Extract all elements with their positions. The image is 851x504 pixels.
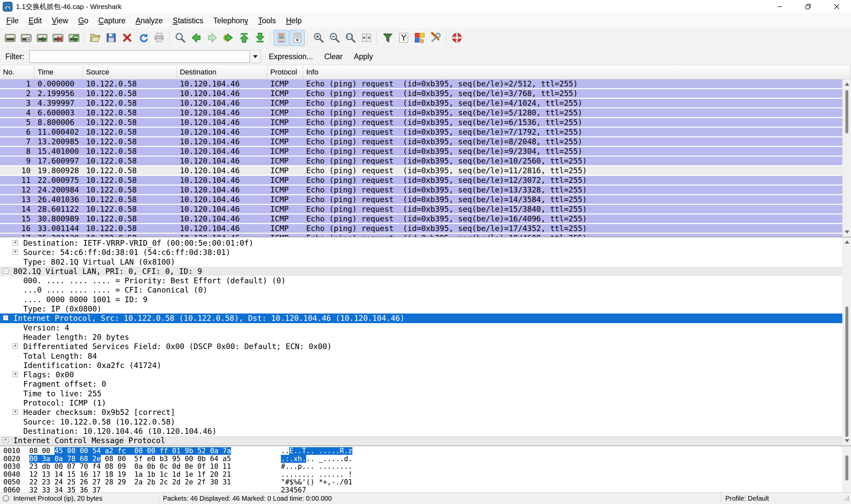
expand-icon[interactable]: + bbox=[13, 249, 18, 255]
packet-row[interactable]: 1326.40103610.122.0.5810.120.104.46ICMPE… bbox=[0, 195, 843, 205]
zoom-out-button[interactable] bbox=[327, 30, 342, 46]
menu-telephony[interactable]: Telephony bbox=[209, 14, 253, 27]
column-header-no[interactable]: No. bbox=[0, 65, 35, 79]
packet-list-scroll-thumb[interactable] bbox=[845, 90, 848, 133]
expand-icon[interactable]: + bbox=[13, 409, 18, 415]
detail-line[interactable]: ...0 .... .... .... = CFI: Canonical (0) bbox=[0, 285, 843, 294]
detail-line[interactable]: +Header checksum: 0x9b52 [correct] bbox=[0, 408, 843, 417]
menu-file[interactable]: File bbox=[1, 14, 24, 27]
hex-line[interactable]: 005022 23 24 25 26 27 28 29 2a 2b 2c 2d … bbox=[0, 479, 843, 486]
detail-line[interactable]: -Internet Protocol, Src: 10.122.0.58 (10… bbox=[0, 313, 843, 323]
close-file-button[interactable] bbox=[119, 30, 134, 46]
menu-tools[interactable]: Tools bbox=[253, 14, 281, 27]
packet-row[interactable]: 1530.80098910.122.0.5810.120.104.46ICMPE… bbox=[0, 214, 843, 224]
detail-line[interactable]: Source: 10.122.0.58 (10.122.0.58) bbox=[0, 417, 843, 427]
detail-line[interactable]: Total Length: 84 bbox=[0, 352, 843, 361]
column-header-time[interactable]: Time bbox=[35, 65, 83, 79]
packet-row[interactable]: 58.80000610.122.0.5810.120.104.46ICMPEch… bbox=[0, 118, 843, 128]
display-filter-button[interactable] bbox=[396, 30, 411, 46]
packet-row[interactable]: 22.19995610.122.0.5810.120.104.46ICMPEch… bbox=[0, 89, 843, 99]
expand-icon[interactable]: + bbox=[13, 343, 18, 349]
detail-line[interactable]: Fragment offset: 0 bbox=[0, 379, 843, 389]
hex-line[interactable]: 006032 33 34 35 36 37234567 bbox=[0, 486, 843, 493]
hex-line[interactable]: 002000 3a 0a 78 68 2e 08 00 5f e0 b3 95 … bbox=[0, 455, 843, 463]
detail-line[interactable]: Version: 4 bbox=[0, 323, 843, 332]
help-button[interactable] bbox=[449, 30, 465, 46]
restore-button[interactable] bbox=[794, 0, 822, 13]
expand-icon[interactable]: + bbox=[3, 437, 8, 443]
open-file-button[interactable] bbox=[87, 30, 103, 46]
close-button[interactable] bbox=[822, 0, 851, 13]
minimize-button[interactable] bbox=[765, 0, 794, 13]
scroll-up-icon[interactable] bbox=[845, 83, 849, 86]
detail-line[interactable]: +Destination: IETF-VRRP-VRID_0f (00:00:5… bbox=[0, 238, 843, 248]
zoom-normal-button[interactable]: 1:1 bbox=[343, 30, 358, 46]
stop-capture-button[interactable] bbox=[50, 30, 66, 46]
menu-edit[interactable]: Edit bbox=[24, 14, 47, 27]
packet-row[interactable]: 1633.00114410.122.0.5810.120.104.46ICMPE… bbox=[0, 224, 843, 234]
status-profile-section[interactable]: Profile: Default bbox=[721, 493, 851, 504]
go-to-top-button[interactable] bbox=[236, 30, 252, 46]
capture-filter-button[interactable] bbox=[380, 30, 395, 46]
scroll-down-icon[interactable] bbox=[845, 439, 849, 443]
expert-info-icon[interactable] bbox=[3, 495, 9, 502]
detail-line[interactable]: 000. .... .... .... = Priority: Best Eff… bbox=[0, 276, 843, 285]
column-header-source[interactable]: Source bbox=[83, 65, 177, 79]
list-interfaces-button[interactable] bbox=[2, 30, 18, 46]
detail-line[interactable]: Header length: 20 bytes bbox=[0, 332, 843, 342]
packet-row[interactable]: 611.00040210.122.0.5810.120.104.46ICMPEc… bbox=[0, 128, 843, 137]
details-scroll-thumb[interactable] bbox=[845, 307, 848, 437]
column-header-protocol[interactable]: Protocol bbox=[267, 65, 303, 79]
packet-row[interactable]: 1122.00097510.122.0.5810.120.104.46ICMPE… bbox=[0, 176, 843, 185]
restart-capture-button[interactable] bbox=[66, 30, 82, 46]
packet-row[interactable]: 1224.20098410.122.0.5810.120.104.46ICMPE… bbox=[0, 185, 843, 195]
resize-columns-button[interactable] bbox=[359, 30, 374, 46]
coloring-rules-button[interactable] bbox=[412, 30, 427, 46]
autoscroll-button[interactable] bbox=[290, 30, 305, 46]
scroll-up-icon[interactable] bbox=[845, 240, 849, 244]
apply-button[interactable]: Apply bbox=[350, 51, 376, 62]
preferences-button[interactable] bbox=[428, 30, 443, 46]
detail-line[interactable]: +Internet Control Message Protocol bbox=[0, 436, 843, 445]
start-capture-button[interactable] bbox=[34, 30, 50, 46]
menu-statistics[interactable]: Statistics bbox=[168, 14, 209, 27]
detail-line[interactable]: Destination: 10.120.104.46 (10.120.104.4… bbox=[0, 427, 843, 436]
packet-row[interactable]: 10.00000010.122.0.5810.120.104.46ICMPEch… bbox=[0, 79, 843, 89]
packet-row[interactable]: 815.40100010.122.0.5810.120.104.46ICMPEc… bbox=[0, 147, 843, 157]
hex-line[interactable]: 001008 00 45 00 00 54 a2 fc 00 00 ff 01 … bbox=[0, 447, 843, 455]
colorize-button[interactable] bbox=[274, 30, 289, 46]
detail-line[interactable]: Protocol: ICMP (1) bbox=[0, 398, 843, 408]
capture-options-button[interactable] bbox=[18, 30, 34, 46]
resize-grip-icon[interactable] bbox=[844, 496, 850, 503]
zoom-in-button[interactable] bbox=[311, 30, 326, 46]
detail-line[interactable]: Identification: 0xa2fc (41724) bbox=[0, 361, 843, 370]
menu-go[interactable]: Go bbox=[73, 14, 93, 27]
packet-row[interactable]: 1019.80092810.122.0.5810.120.104.46ICMPE… bbox=[0, 166, 843, 176]
menu-help[interactable]: Help bbox=[281, 14, 307, 27]
filter-dropdown-button[interactable] bbox=[250, 50, 261, 63]
packet-row[interactable]: 46.60000310.122.0.5810.120.104.46ICMPEch… bbox=[0, 108, 843, 118]
menu-analyze[interactable]: Analyze bbox=[131, 14, 168, 27]
menu-view[interactable]: View bbox=[47, 14, 73, 27]
find-packet-button[interactable] bbox=[173, 30, 188, 46]
hex-line[interactable]: 004012 13 14 15 16 17 18 19 1a 1b 1c 1d … bbox=[0, 471, 843, 479]
clear-button[interactable]: Clear bbox=[321, 51, 346, 62]
detail-line[interactable]: .... 0000 0000 1001 = ID: 9 bbox=[0, 295, 843, 304]
expand-icon[interactable]: + bbox=[13, 372, 18, 377]
hex-scrollbar[interactable] bbox=[843, 446, 851, 492]
go-to-packet-button[interactable] bbox=[220, 30, 236, 46]
detail-line[interactable]: Time to live: 255 bbox=[0, 389, 843, 398]
column-header-destination[interactable]: Destination bbox=[177, 65, 267, 79]
go-to-bottom-button[interactable] bbox=[252, 30, 268, 46]
details-scrollbar[interactable] bbox=[843, 237, 851, 446]
packet-row[interactable]: 917.60099710.122.0.5810.120.104.46ICMPEc… bbox=[0, 157, 843, 166]
hex-scroll-thumb[interactable] bbox=[845, 455, 848, 480]
filter-input[interactable] bbox=[29, 50, 250, 63]
detail-line[interactable]: +Flags: 0x00 bbox=[0, 370, 843, 379]
collapse-icon[interactable]: - bbox=[3, 268, 8, 274]
expression-button[interactable]: Expression... bbox=[266, 51, 316, 62]
detail-line[interactable]: +Differentiated Services Field: 0x00 (DS… bbox=[0, 342, 843, 351]
packet-row[interactable]: 1428.60112210.122.0.5810.120.104.46ICMPE… bbox=[0, 205, 843, 214]
save-file-button[interactable] bbox=[103, 30, 119, 46]
scroll-down-icon[interactable] bbox=[845, 230, 849, 234]
